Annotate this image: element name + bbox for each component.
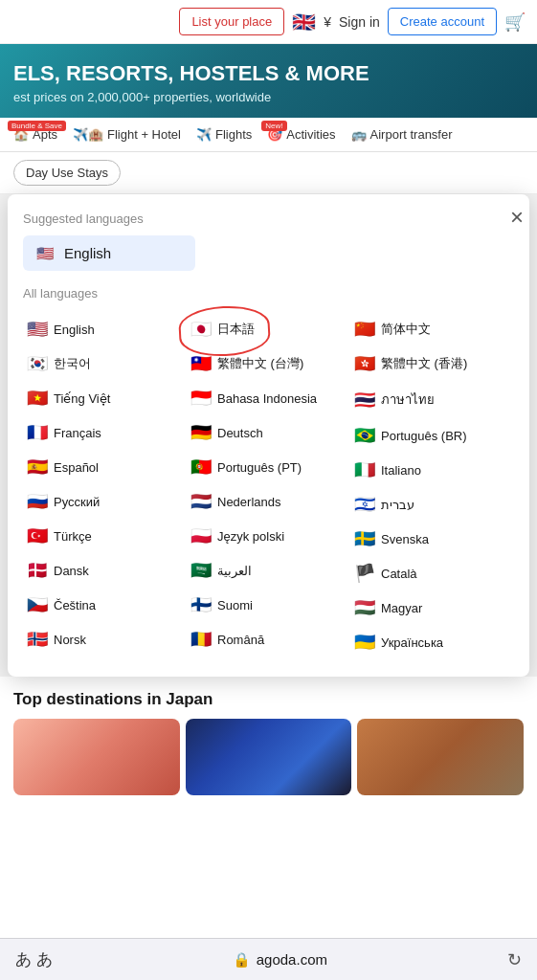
lang-spanish[interactable]: 🇪🇸 Español	[23, 450, 187, 484]
tab-airport-transfer[interactable]: 🚌 Airport transfer	[344, 118, 460, 151]
tw-flag: 🇹🇼	[190, 355, 212, 372]
lang-chinese-cn-label: 简体中文	[381, 321, 431, 338]
lang-norwegian[interactable]: 🇳🇴 Norsk	[23, 622, 187, 657]
day-use-bar: Day Use Stays	[0, 152, 537, 194]
tab-flights[interactable]: ✈️ Flights	[189, 118, 259, 151]
lang-danish[interactable]: 🇩🇰 Dansk	[23, 553, 187, 588]
lang-italian[interactable]: 🇮🇹 Italiano	[350, 453, 514, 487]
hk-flag: 🇭🇰	[354, 355, 375, 372]
suggested-title: Suggested languages	[23, 212, 514, 226]
bundle-badge: Bundle & Save	[8, 121, 66, 131]
close-button[interactable]: ×	[510, 204, 524, 231]
lang-swedish[interactable]: 🇸🇪 Svenska	[350, 522, 514, 556]
lang-arabic[interactable]: 🇸🇦 العربية	[187, 553, 350, 588]
lang-catalan[interactable]: 🏴 Català	[350, 556, 514, 590]
destination-card-2[interactable]	[186, 719, 352, 795]
tr-flag: 🇹🇷	[27, 527, 48, 545]
lang-chinese-tw[interactable]: 🇹🇼 繁體中文 (台灣)	[187, 346, 350, 381]
new-badge: New!	[261, 121, 286, 131]
destinations-section: Top destinations in Japan	[0, 677, 537, 809]
lang-portuguese-pt[interactable]: 🇵🇹 Português (PT)	[187, 450, 350, 484]
lang-indonesian[interactable]: 🇮🇩 Bahasa Indonesia	[187, 381, 350, 415]
lang-turkish-label: Türkçe	[54, 529, 92, 544]
sa-flag: 🇸🇦	[190, 562, 212, 579]
destinations-grid	[13, 719, 524, 795]
us-flag-icon: 🇺🇸	[36, 246, 55, 260]
ro-flag: 🇷🇴	[190, 631, 212, 648]
lang-japanese[interactable]: 🇯🇵 日本語	[187, 312, 258, 346]
hero-subtitle: est prices on 2,000,000+ properties, wor…	[13, 90, 524, 104]
cn-flag: 🇨🇳	[354, 321, 375, 338]
lang-romanian-label: Română	[217, 633, 264, 647]
lang-hungarian-label: Magyar	[381, 601, 422, 615]
tab-apts[interactable]: Bundle & Save 🏠 Apts	[6, 118, 65, 151]
lang-hebrew[interactable]: 🇮🇱 עברית	[350, 487, 514, 522]
lang-dutch[interactable]: 🇳🇱 Nederlands	[187, 484, 350, 519]
destination-card-1[interactable]	[13, 719, 180, 795]
lang-hungarian[interactable]: 🇭🇺 Magyar	[350, 590, 514, 625]
id-flag: 🇮🇩	[190, 390, 212, 407]
lang-polish[interactable]: 🇵🇱 Język polski	[187, 519, 350, 553]
day-use-button[interactable]: Day Use Stays	[13, 160, 121, 186]
lang-chinese-cn[interactable]: 🇨🇳 简体中文	[350, 312, 514, 346]
lang-french-label: Français	[54, 426, 101, 440]
lang-romanian[interactable]: 🇷🇴 Română	[187, 622, 350, 657]
lang-spanish-label: Español	[54, 460, 99, 475]
lang-hebrew-label: עברית	[381, 498, 414, 512]
lang-vietnamese[interactable]: 🇻🇳 Tiếng Việt	[23, 381, 187, 415]
lang-chinese-hk[interactable]: 🇭🇰 繁體中文 (香港)	[350, 346, 514, 381]
sign-in-link[interactable]: Sign in	[339, 14, 380, 30]
lang-catalan-label: Català	[381, 567, 417, 581]
th-flag: 🇹🇭	[354, 391, 375, 409]
lang-ukrainian[interactable]: 🇺🇦 Українська	[350, 625, 514, 659]
fr-flag: 🇫🇷	[27, 424, 48, 441]
destination-card-3[interactable]	[357, 719, 524, 795]
lang-finnish[interactable]: 🇫🇮 Suomi	[187, 588, 350, 622]
il-flag: 🇮🇱	[354, 496, 375, 513]
lang-col-2: 🇯🇵 日本語 🇹🇼 繁體中文 (台灣) 🇮🇩 Bahasa Indonesia …	[187, 312, 350, 659]
vn-flag: 🇻🇳	[27, 390, 48, 407]
us-flag: 🇺🇸	[27, 321, 48, 338]
fi-flag: 🇫🇮	[190, 596, 212, 613]
lang-portuguese-br[interactable]: 🇧🇷 Português (BR)	[350, 418, 514, 453]
lang-col-1: 🇺🇸 English 🇰🇷 한국어 🇻🇳 Tiếng Việt 🇫🇷 Franç…	[23, 312, 187, 659]
lang-french[interactable]: 🇫🇷 Français	[23, 415, 187, 450]
flights-icon: ✈️	[196, 127, 212, 142]
lang-indonesian-label: Bahasa Indonesia	[217, 391, 317, 406]
lang-dutch-label: Nederlands	[217, 495, 281, 509]
destinations-title: Top destinations in Japan	[13, 690, 524, 709]
it-flag: 🇮🇹	[354, 461, 375, 479]
nl-flag: 🇳🇱	[190, 493, 212, 510]
lang-japanese-label: 日本語	[217, 321, 255, 338]
cart-icon[interactable]: 🛒	[504, 11, 526, 33]
list-place-button[interactable]: List your place	[179, 8, 284, 35]
br-flag: 🇧🇷	[354, 427, 375, 444]
suggested-english-item[interactable]: 🇺🇸 English	[23, 235, 195, 271]
create-account-button[interactable]: Create account	[388, 8, 497, 35]
se-flag: 🇸🇪	[354, 530, 375, 547]
header: List your place 🇬🇧 ¥ Sign in Create acco…	[0, 0, 537, 44]
tab-activities-label: Activities	[286, 127, 335, 142]
lang-korean[interactable]: 🇰🇷 한국어	[23, 346, 187, 381]
lang-english[interactable]: 🇺🇸 English	[23, 312, 187, 346]
lang-portuguese-pt-label: Português (PT)	[217, 460, 302, 475]
lang-korean-label: 한국어	[54, 355, 91, 372]
lang-chinese-hk-label: 繁體中文 (香港)	[381, 355, 467, 372]
lang-english-label: English	[54, 323, 95, 337]
lang-german[interactable]: 🇩🇪 Deutsch	[187, 415, 350, 450]
pt-flag: 🇵🇹	[190, 458, 212, 476]
lang-chinese-tw-label: 繁體中文 (台灣)	[217, 355, 303, 372]
lang-danish-label: Dansk	[54, 564, 89, 578]
lang-russian[interactable]: 🇷🇺 Русский	[23, 484, 187, 519]
lang-turkish[interactable]: 🇹🇷 Türkçe	[23, 519, 187, 553]
no-flag: 🇳🇴	[27, 631, 48, 648]
tab-activities[interactable]: New! 🎯 Activities	[259, 118, 343, 151]
lang-czech[interactable]: 🇨🇿 Čeština	[23, 588, 187, 622]
lang-german-label: Deutsch	[217, 426, 263, 440]
lang-thai[interactable]: 🇹🇭 ภาษาไทย	[350, 381, 514, 418]
lang-russian-label: Русский	[54, 495, 100, 509]
nav-tabs: Bundle & Save 🏠 Apts ✈️🏨 Flight + Hotel …	[0, 118, 537, 152]
tab-flight-hotel-label: Flight + Hotel	[107, 127, 181, 142]
airport-icon: 🚌	[351, 127, 367, 142]
tab-flight-hotel[interactable]: ✈️🏨 Flight + Hotel	[65, 118, 189, 151]
